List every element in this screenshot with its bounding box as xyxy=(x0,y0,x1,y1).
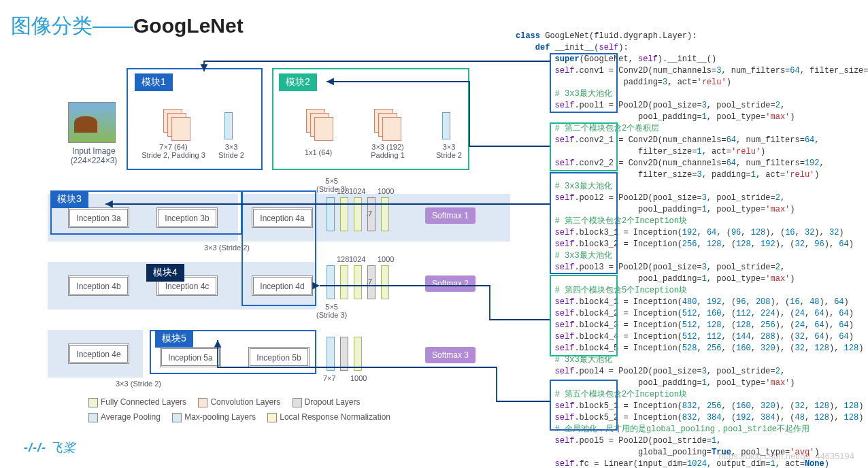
aux1-fc1 xyxy=(340,197,348,231)
softmax-1: Softmax 1 xyxy=(425,207,475,224)
module2-conv2-label: 3×3 (192) Padding 1 xyxy=(361,143,415,159)
aux1-fc1-lbl: 128 xyxy=(337,187,349,195)
inception-4b: Inception 4b xyxy=(68,275,129,296)
module2-pool-label: 3×3 Stride 2 xyxy=(429,143,469,159)
architecture-diagram: Input Image (224×224×3) 模块1 7×7 (64) Str… xyxy=(48,61,490,442)
aux2-consize: 5×5 (Stride 3) xyxy=(316,303,347,319)
legend-avg: Average Pooling xyxy=(101,412,161,422)
legend-drop: Dropout Layers xyxy=(305,397,361,407)
inception-5b: Inception 5b xyxy=(248,347,310,367)
final-avgpool xyxy=(327,337,335,371)
inception-3a: Inception 3a xyxy=(68,207,129,228)
legend-max: Max-pooling Layers xyxy=(184,412,256,422)
title-en: GoogLeNet xyxy=(133,14,244,37)
final-out-lbl: 1000 xyxy=(350,374,367,382)
aux1-drop-lbl: .7 xyxy=(366,210,372,218)
softmax-2: Softmax 2 xyxy=(425,275,475,292)
aux1-out xyxy=(381,197,389,231)
code-panel: class GoogLeNet(fluid.dygraph.Layer): de… xyxy=(516,19,863,468)
aux2-fc1 xyxy=(340,265,348,299)
page-title: 图像分类——GoogLeNet xyxy=(11,12,244,40)
legend-conv: Convolution Layers xyxy=(210,397,280,407)
input-image-label: Input Image (224×224×3) xyxy=(60,146,128,166)
aux2-fc2-lbl: 1024 xyxy=(349,255,365,263)
aux2-drop-lbl: .7 xyxy=(366,278,372,286)
legend: Fully Connected Layers Convolution Layer… xyxy=(88,395,400,424)
module4-pool-label: 3×3 (Stride 2) xyxy=(116,380,161,388)
final-drop xyxy=(340,337,348,371)
inception-3b: Inception 3b xyxy=(156,207,218,228)
final-fc xyxy=(354,337,362,371)
aux1-avgpool xyxy=(327,197,335,231)
module4-tag: 模块4 xyxy=(146,264,184,282)
module2-conv1-label: 1x1 (64) xyxy=(298,148,339,156)
softmax-3: Softmax 3 xyxy=(425,347,475,363)
aux1-out-lbl: 1000 xyxy=(378,187,394,195)
module1-pool-label: 3×3 Stride 2 xyxy=(211,143,252,159)
aux1-fc2-lbl: 1024 xyxy=(349,187,365,195)
module1-tag: 模块1 xyxy=(135,73,173,91)
title-cn: 图像分类—— xyxy=(11,14,133,37)
aux1-fc2 xyxy=(354,197,362,231)
module1-pool xyxy=(224,112,233,139)
module1-conv-label: 7×7 (64) Stride 2, Padding 3 xyxy=(136,143,211,159)
legend-fc: Fully Connected Layers xyxy=(101,397,186,407)
aux2-fc2 xyxy=(354,265,362,299)
aux2-fc1-lbl: 128 xyxy=(337,255,349,263)
inception-5a: Inception 5a xyxy=(160,347,221,367)
module3-tag: 模块3 xyxy=(50,190,88,208)
module5-tag: 模块5 xyxy=(155,330,193,348)
inception-4e: Inception 4e xyxy=(68,344,129,364)
input-image xyxy=(68,102,116,143)
aux2-avgpool xyxy=(327,265,335,299)
inception-4d: Inception 4d xyxy=(252,275,313,296)
final-avg-lbl: 7×7 xyxy=(323,374,336,382)
aux2-out-lbl: 1000 xyxy=(378,255,394,263)
legend-lrn: Local Response Normalization xyxy=(280,412,390,422)
module2-tag: 模块2 xyxy=(279,73,317,91)
aux2-out xyxy=(381,265,389,299)
module2-pool xyxy=(442,112,450,139)
